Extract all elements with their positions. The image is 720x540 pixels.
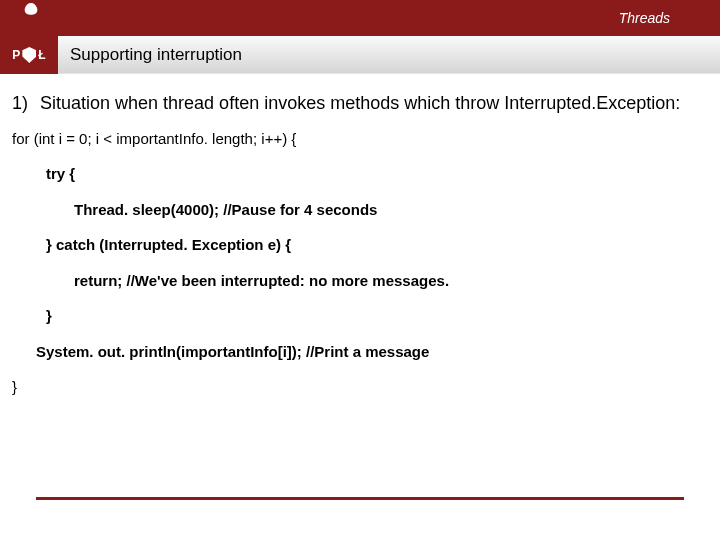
- code-line: return; //We've been interrupted: no mor…: [74, 271, 698, 291]
- code-line: } catch (Interrupted. Exception e) {: [46, 235, 698, 255]
- code-line: System. out. println(importantInfo[i]); …: [36, 342, 698, 362]
- logo-letter-left: P: [12, 48, 20, 62]
- code-line: }: [12, 377, 698, 397]
- top-banner: Threads: [0, 0, 720, 36]
- list-text: Situation when thread often invokes meth…: [40, 92, 698, 115]
- footer-divider: [36, 497, 684, 500]
- code-line: Thread. sleep(4000); //Pause for 4 secon…: [74, 200, 698, 220]
- logo-box: P Ł: [0, 36, 58, 74]
- logo-letter-right: Ł: [38, 48, 45, 62]
- list-marker: 1): [12, 92, 40, 115]
- subheading-row: P Ł Supporting interruption: [0, 36, 720, 74]
- code-line: for (int i = 0; i < importantInfo. lengt…: [12, 129, 698, 149]
- shield-icon: [22, 47, 36, 63]
- header-topic: Threads: [619, 10, 670, 26]
- eagle-emblem-icon: [22, 2, 40, 16]
- slide-subtitle: Supporting interruption: [58, 36, 720, 73]
- slide-content: 1) Situation when thread often invokes m…: [0, 74, 720, 397]
- code-block: for (int i = 0; i < importantInfo. lengt…: [12, 129, 698, 397]
- code-line: }: [46, 306, 698, 326]
- list-item: 1) Situation when thread often invokes m…: [12, 92, 698, 115]
- code-line: try {: [46, 164, 698, 184]
